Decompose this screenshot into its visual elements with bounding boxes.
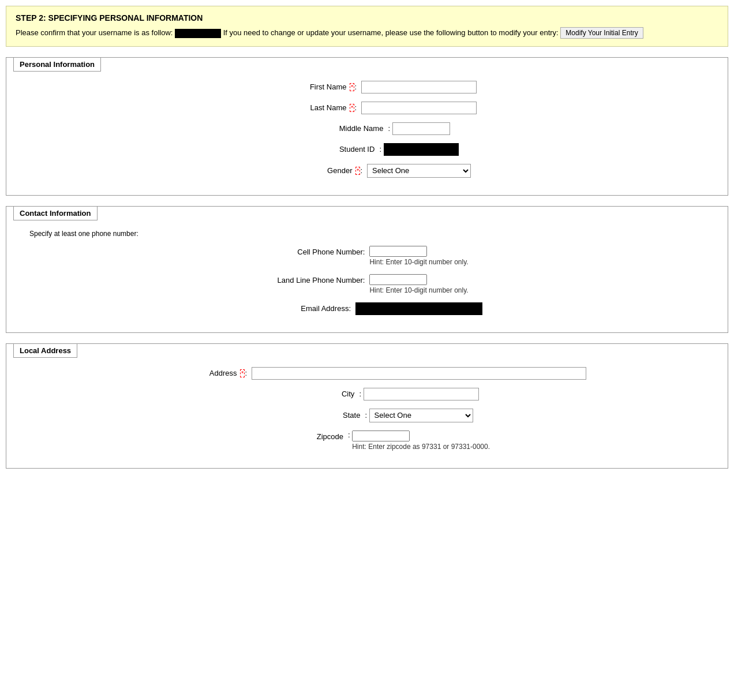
- city-row: City:: [18, 388, 716, 400]
- personal-info-section: Personal Information First Name *: Last …: [6, 57, 728, 196]
- username-description-after: If you need to change or update your use…: [223, 28, 559, 37]
- landline-input[interactable]: [369, 274, 427, 285]
- address-input[interactable]: [252, 367, 586, 380]
- local-address-header: Local Address: [13, 343, 77, 358]
- modify-entry-button[interactable]: Modify Your Initial Entry: [560, 27, 643, 39]
- middle-name-input[interactable]: [392, 122, 450, 135]
- zipcode-group: Hint: Enter zipcode as 97331 or 97331-00…: [352, 431, 490, 451]
- cell-phone-hint: Hint: Enter 10-digit number only.: [369, 258, 468, 266]
- first-name-input[interactable]: [361, 81, 477, 93]
- student-id-row: Student ID:: [18, 143, 716, 156]
- landline-row: Land Line Phone Number: Hint: Enter 10-d…: [18, 274, 716, 294]
- last-name-input[interactable]: [361, 102, 477, 114]
- first-name-label: First Name *:: [257, 83, 361, 91]
- first-name-required: *: [350, 83, 354, 91]
- student-id-label: Student ID: [275, 145, 379, 154]
- city-input[interactable]: [364, 388, 479, 400]
- state-label: State: [261, 411, 365, 420]
- city-label: City: [255, 390, 359, 398]
- step-title: STEP 2: SPECIFYING PERSONAL INFORMATION: [16, 13, 718, 23]
- username-redacted: [175, 29, 221, 38]
- cell-phone-input[interactable]: [369, 246, 427, 257]
- email-label: Email Address:: [252, 304, 355, 313]
- gender-row: Gender *: Select One Male Female Other: [18, 164, 716, 178]
- student-id-redacted: [384, 143, 459, 156]
- local-address-section: Local Address Address *: City: State: Se…: [6, 343, 728, 469]
- gender-label: Gender *:: [263, 166, 367, 175]
- landline-label: Land Line Phone Number:: [265, 274, 369, 285]
- zipcode-hint: Hint: Enter zipcode as 97331 or 97331-00…: [352, 443, 490, 451]
- last-name-row: Last Name *:: [18, 102, 716, 114]
- address-label: Address *:: [148, 369, 252, 377]
- landline-group: Hint: Enter 10-digit number only.: [369, 274, 468, 294]
- contact-info-section: Contact Information Specify at least one…: [6, 206, 728, 333]
- personal-info-header: Personal Information: [13, 57, 101, 72]
- username-description-before: Please confirm that your username is as …: [16, 28, 173, 37]
- contact-info-header: Contact Information: [13, 206, 98, 220]
- step-banner: STEP 2: SPECIFYING PERSONAL INFORMATION …: [6, 6, 728, 47]
- email-row: Email Address:: [18, 302, 716, 315]
- zipcode-row: Zipcode: Hint: Enter zipcode as 97331 or…: [18, 431, 716, 451]
- address-required: *: [240, 369, 245, 377]
- gender-required: *: [355, 167, 360, 175]
- gender-select[interactable]: Select One Male Female Other: [367, 164, 471, 178]
- cell-phone-group: Hint: Enter 10-digit number only.: [369, 246, 468, 266]
- phone-note: Specify at least one phone number:: [18, 230, 716, 238]
- middle-name-label: Middle Name: [284, 124, 388, 133]
- middle-name-row: Middle Name:: [18, 122, 716, 135]
- landline-hint: Hint: Enter 10-digit number only.: [369, 286, 468, 294]
- first-name-row: First Name *:: [18, 81, 716, 93]
- state-select[interactable]: Select One AL AK AZ AR CA CO OR WA: [369, 409, 473, 422]
- zipcode-input[interactable]: [352, 431, 410, 441]
- address-row: Address *:: [18, 367, 716, 380]
- last-name-required: *: [350, 104, 354, 112]
- zipcode-label: Zipcode: [244, 431, 348, 441]
- state-row: State: Select One AL AK AZ AR CA CO OR W…: [18, 409, 716, 422]
- last-name-label: Last Name *:: [257, 103, 361, 112]
- email-redacted: [355, 302, 482, 315]
- cell-phone-label: Cell Phone Number:: [265, 246, 369, 256]
- cell-phone-row: Cell Phone Number: Hint: Enter 10-digit …: [18, 246, 716, 266]
